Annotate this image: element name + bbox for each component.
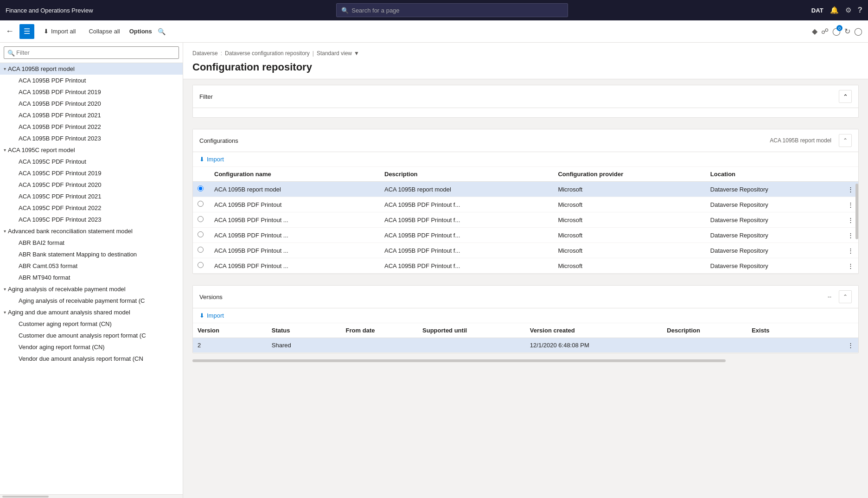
version-col-version: Version bbox=[193, 323, 267, 338]
sidebar-item-label: ACA 1095B PDF Printout 2022 bbox=[19, 123, 101, 130]
versions-table: VersionStatusFrom dateSupported untilVer… bbox=[193, 323, 858, 353]
sidebar-item-aca1095c-pdf-2021[interactable]: ACA 1095C PDF Printout 2021 bbox=[0, 191, 183, 202]
versions-collapse-button[interactable]: ⌃ bbox=[839, 290, 852, 303]
filter-search-icon: 🔍 bbox=[7, 49, 15, 56]
configurations-panel-header[interactable]: Configurations ACA 1095B report model ⌃ bbox=[193, 129, 858, 152]
sidebar-item-aging[interactable]: ▾Aging analysis of receivable payment mo… bbox=[0, 283, 183, 295]
options-button[interactable]: Options bbox=[129, 28, 152, 35]
config-col-configuration-name: Configuration name bbox=[210, 167, 380, 182]
save-icon[interactable]: ◯ bbox=[854, 27, 862, 36]
sidebar-item-aca1095c-pdf-2019[interactable]: ACA 1095C PDF Printout 2019 bbox=[0, 167, 183, 179]
user-badge: DAT bbox=[811, 7, 823, 14]
sidebar-item-aca1095c-pdf[interactable]: ACA 1095C PDF Printout bbox=[0, 156, 183, 167]
sidebar-item-customer-aging[interactable]: Customer aging report format (CN) bbox=[0, 318, 183, 330]
version-more-button[interactable]: ⋮ bbox=[821, 338, 858, 353]
sidebar-item-label: Aging analysis of receivable payment mod… bbox=[8, 286, 126, 293]
sidebar-item-aca1095b-pdf-2020[interactable]: ACA 1095B PDF Printout 2020 bbox=[0, 98, 183, 109]
versions-panel-header[interactable]: Versions -- ⌃ bbox=[193, 286, 858, 308]
config-more-button[interactable]: ⋮ bbox=[843, 243, 858, 258]
sidebar-item-aca1095b-pdf-2019[interactable]: ACA 1095B PDF Printout 2019 bbox=[0, 86, 183, 98]
sidebar-item-aca1095c-pdf-2022[interactable]: ACA 1095C PDF Printout 2022 bbox=[0, 202, 183, 214]
filter-panel-header[interactable]: Filter ⌃ bbox=[193, 85, 858, 108]
version-status: Shared bbox=[267, 338, 341, 353]
configurations-table-row[interactable]: ACA 1095B PDF Printout ...ACA 1095B PDF … bbox=[193, 258, 858, 274]
versions-table-scroll[interactable]: VersionStatusFrom dateSupported untilVer… bbox=[193, 323, 858, 353]
search-icon-secondnav[interactable]: 🔍 bbox=[158, 28, 166, 35]
configurations-vertical-scrollbar[interactable] bbox=[855, 184, 858, 239]
breadcrumb: Dataverse : Dataverse configuration repo… bbox=[192, 46, 859, 58]
hamburger-button[interactable]: ☰ bbox=[19, 24, 34, 39]
configurations-collapse-button[interactable]: ⌃ bbox=[839, 134, 852, 147]
configurations-import-button[interactable]: ⬇ Import bbox=[199, 156, 224, 163]
configurations-table-row[interactable]: ACA 1095B PDF Printout ...ACA 1095B PDF … bbox=[193, 243, 858, 258]
sidebar-item-label: ACA 1095B PDF Printout 2021 bbox=[19, 112, 101, 119]
sidebar-item-abr-mt940[interactable]: ABR MT940 format bbox=[0, 272, 183, 283]
import-all-button[interactable]: ⬇ Import all bbox=[40, 26, 79, 37]
diamond-icon[interactable]: ◆ bbox=[812, 27, 817, 36]
question-icon[interactable]: ? bbox=[858, 6, 862, 15]
config-provider: Microsoft bbox=[553, 228, 705, 243]
sidebar-item-abr-bai2[interactable]: ABR BAI2 format bbox=[0, 237, 183, 249]
refresh-icon[interactable]: ↻ bbox=[844, 27, 850, 36]
content-horizontal-scrollbar[interactable] bbox=[192, 359, 859, 363]
filter-wrap: 🔍 bbox=[4, 46, 179, 59]
settings-icon[interactable]: ⚙ bbox=[845, 6, 851, 14]
configurations-table-row[interactable]: ACA 1095B PDF PrintoutACA 1095B PDF Prin… bbox=[193, 197, 858, 212]
sidebar-item-aca1095c-pdf-2020[interactable]: ACA 1095C PDF Printout 2020 bbox=[0, 179, 183, 191]
sidebar-resize-handle[interactable] bbox=[181, 43, 183, 498]
sidebar-item-aca1095b-pdf-2023[interactable]: ACA 1095B PDF Printout 2023 bbox=[0, 133, 183, 144]
config-location: Dataverse Repository bbox=[706, 212, 843, 228]
collapse-all-button[interactable]: Collapse all bbox=[85, 26, 123, 37]
page-title: Configuration repository bbox=[192, 58, 859, 79]
sidebar-item-aging-due[interactable]: ▾Aging and due amount analysis shared mo… bbox=[0, 306, 183, 318]
filter-collapse-button[interactable]: ⌃ bbox=[839, 90, 852, 103]
config-name: ACA 1095B PDF Printout ... bbox=[210, 212, 380, 228]
sidebar-item-label: Aging analysis of receivable payment for… bbox=[19, 297, 145, 304]
config-provider: Microsoft bbox=[553, 197, 705, 212]
badge-icon[interactable]: ◯0 bbox=[832, 27, 841, 36]
sidebar-item-aca1095c-pdf-2023[interactable]: ACA 1095C PDF Printout 2023 bbox=[0, 214, 183, 225]
sidebar-item-aca1095b-pdf-2021[interactable]: ACA 1095B PDF Printout 2021 bbox=[0, 109, 183, 121]
versions-table-row[interactable]: 2Shared12/1/2020 6:48:08 PM⋮ bbox=[193, 338, 858, 353]
breadcrumb-view-dropdown[interactable]: Standard view ▼ bbox=[317, 50, 359, 57]
sidebar-item-abr-bank[interactable]: ABR Bank statement Mapping to destinatio… bbox=[0, 249, 183, 260]
sidebar-item-customer-due[interactable]: Customer due amount analysis report form… bbox=[0, 330, 183, 341]
config-description: ACA 1095B PDF Printout f... bbox=[380, 212, 553, 228]
collapse-all-label: Collapse all bbox=[89, 28, 120, 35]
configurations-table-row[interactable]: ACA 1095B PDF Printout ...ACA 1095B PDF … bbox=[193, 228, 858, 243]
sidebar-item-aca1095b-pdf-2022[interactable]: ACA 1095B PDF Printout 2022 bbox=[0, 121, 183, 133]
layout-icon[interactable]: ☍ bbox=[821, 27, 829, 36]
filter-panel: Filter ⌃ bbox=[192, 85, 859, 118]
config-more-button[interactable]: ⋮ bbox=[843, 258, 858, 274]
sidebar-item-vendor-aging[interactable]: Vendor aging report format (CN) bbox=[0, 341, 183, 353]
sidebar: 🔍 ▾ACA 1095B report modelACA 1095B PDF P… bbox=[0, 43, 183, 498]
sidebar-item-label: ABR MT940 format bbox=[19, 274, 70, 281]
sidebar-item-abr-camt[interactable]: ABR Camt.053 format bbox=[0, 260, 183, 272]
version-exists bbox=[747, 338, 821, 353]
configurations-table-row[interactable]: ACA 1095B report modelACA 1095B report m… bbox=[193, 182, 858, 197]
version-supported-until bbox=[418, 338, 525, 353]
sidebar-item-aca1095b-pdf[interactable]: ACA 1095B PDF Printout bbox=[0, 75, 183, 86]
sidebar-item-label: ACA 1095C PDF Printout bbox=[19, 158, 86, 165]
sidebar-item-label: ACA 1095C PDF Printout 2021 bbox=[19, 193, 102, 200]
configurations-table-scroll[interactable]: Configuration nameDescriptionConfigurati… bbox=[193, 167, 858, 274]
back-button[interactable]: ← bbox=[6, 26, 14, 36]
version-col-version-created: Version created bbox=[525, 323, 663, 338]
breadcrumb-repo: Dataverse configuration repository bbox=[225, 50, 310, 57]
versions-import-button[interactable]: ⬇ Import bbox=[199, 312, 224, 319]
sidebar-item-label: Vendor due amount analysis report format… bbox=[19, 355, 143, 362]
sidebar-item-aca1095b[interactable]: ▾ACA 1095B report model bbox=[0, 63, 183, 75]
sidebar-item-vendor-due[interactable]: Vendor due amount analysis report format… bbox=[0, 353, 183, 364]
bell-icon[interactable]: 🔔 bbox=[830, 6, 839, 14]
sidebar-item-aca1095c[interactable]: ▾ACA 1095C report model bbox=[0, 144, 183, 156]
sidebar-item-abr[interactable]: ▾Advanced bank reconciliation statement … bbox=[0, 225, 183, 237]
sidebar-filter-input[interactable] bbox=[4, 46, 179, 59]
breadcrumb-view-label: Standard view bbox=[317, 50, 352, 57]
global-search[interactable]: 🔍 bbox=[336, 3, 568, 17]
sidebar-horizontal-scrollbar[interactable] bbox=[0, 494, 183, 498]
search-input[interactable] bbox=[351, 7, 563, 14]
configurations-table-row[interactable]: ACA 1095B PDF Printout ...ACA 1095B PDF … bbox=[193, 212, 858, 228]
sidebar-item-label: ACA 1095C PDF Printout 2019 bbox=[19, 170, 102, 177]
sidebar-item-aging-fmt[interactable]: Aging analysis of receivable payment for… bbox=[0, 295, 183, 306]
config-location: Dataverse Repository bbox=[706, 228, 843, 243]
